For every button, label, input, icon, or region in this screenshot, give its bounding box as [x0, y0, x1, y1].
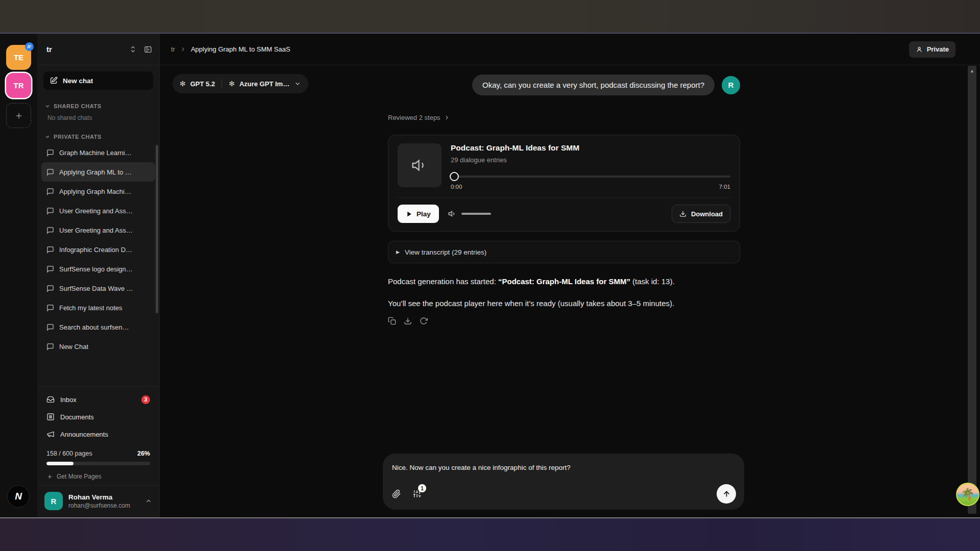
chat-item[interactable]: Infographic Creation D…: [41, 240, 155, 259]
message-composer[interactable]: Nice. Now can you create a nice infograp…: [383, 454, 744, 510]
workspace-te[interactable]: TE: [6, 45, 31, 70]
model-primary-label: GPT 5.2: [190, 80, 215, 88]
volume-slider[interactable]: [461, 213, 491, 215]
openai-icon: ✻: [229, 80, 235, 87]
send-button[interactable]: [717, 484, 736, 504]
current-time: 0:00: [451, 184, 462, 190]
pages-progress-bar: [46, 462, 150, 465]
chat-item[interactable]: Fetch my latest notes: [41, 298, 155, 317]
workspace-tr[interactable]: TR: [6, 73, 31, 98]
chevron-right-icon: [444, 114, 450, 121]
chat-item[interactable]: Graph Machine Learni…: [41, 143, 155, 162]
main-area: tr Applying Graph ML to SMM SaaS Private…: [160, 34, 980, 517]
chat-item[interactable]: User Greeting and Ass…: [41, 201, 155, 220]
download-icon[interactable]: [404, 317, 412, 325]
user-message-bubble: Okay, can you create a very short, podca…: [472, 74, 715, 95]
chat-item-label: Applying Graph ML to …: [59, 168, 132, 176]
model-secondary-label: Azure GPT Im…: [239, 80, 289, 88]
podcast-entries-count: 29 dialogue entries: [451, 156, 730, 164]
openai-icon: ✻: [180, 80, 186, 87]
chat-item[interactable]: Applying Graph Machi…: [41, 182, 155, 201]
no-shared-chats-text: No shared chats: [37, 112, 159, 124]
pages-count-text: 158 / 600 pages: [46, 450, 92, 457]
private-chats-section-toggle[interactable]: PRIVATE CHATS: [37, 124, 159, 143]
user-message-row: Okay, can you create a very short, podca…: [388, 74, 740, 95]
view-transcript-toggle[interactable]: ▶ View transcript (29 entries): [388, 241, 740, 263]
workspace-switcher-button[interactable]: [129, 45, 137, 53]
play-icon: [406, 211, 412, 217]
chat-item[interactable]: Search about surfsen…: [41, 317, 155, 337]
chat-item[interactable]: New Chat: [41, 337, 155, 356]
panel-left-icon: [144, 45, 152, 54]
regenerate-icon[interactable]: [420, 317, 428, 325]
attachment-paperclip-icon[interactable]: [392, 489, 401, 498]
person-icon: [916, 46, 923, 53]
user-menu[interactable]: R Rohan Verma rohan@surfsense.com: [37, 485, 159, 517]
chat-bubble-icon: [46, 207, 54, 215]
podcast-player-card: Podcast: Graph-ML Ideas for SMM 29 dialo…: [388, 135, 740, 232]
announcements-label: Announcements: [60, 431, 150, 438]
workspace-rail: TE TR N: [0, 34, 37, 517]
main-scrollbar[interactable]: ▲: [968, 66, 976, 514]
palm-island-sticker[interactable]: 🌴: [956, 483, 979, 506]
assistant-message-2: You’ll see the podcast player here when …: [388, 298, 740, 309]
view-transcript-label: View transcript (29 entries): [405, 248, 486, 256]
download-button[interactable]: Download: [672, 205, 730, 223]
podcast-title: Podcast: Graph-ML Ideas for SMM: [451, 143, 730, 153]
chevron-down-icon: [44, 103, 51, 109]
reviewed-steps-label: Reviewed 2 steps: [388, 114, 440, 121]
user-avatar-initial: R: [51, 497, 57, 506]
desktop-top-strip: [0, 0, 980, 34]
collapse-sidebar-button[interactable]: [144, 45, 152, 54]
chat-item-label: New Chat: [59, 343, 88, 350]
sidebar-scrollbar-thumb[interactable]: [156, 145, 158, 313]
chevron-right-icon: [180, 46, 186, 53]
workspace-tr-initials: TR: [14, 81, 24, 90]
chat-bubble-icon: [46, 343, 54, 350]
tools-button[interactable]: 1: [412, 489, 422, 498]
user-name: Rohan Verma: [68, 493, 139, 501]
volume-icon[interactable]: [448, 210, 456, 218]
sidebar-chat-scroll: SHARED CHATS No shared chats PRIVATE CHA…: [37, 96, 159, 386]
arrow-up-icon: [722, 490, 731, 498]
reviewed-steps-toggle[interactable]: Reviewed 2 steps: [388, 114, 740, 121]
seek-knob[interactable]: [450, 172, 459, 181]
duration-time: 7:01: [719, 184, 730, 190]
inbox-icon: [46, 395, 55, 404]
private-visibility-button[interactable]: Private: [909, 41, 955, 58]
podcast-thumbnail: [398, 143, 442, 187]
chat-item[interactable]: SurfSense Data Wave …: [41, 279, 155, 298]
composer-input[interactable]: Nice. Now can you create a nice infograp…: [392, 464, 735, 471]
app-window: TE TR N tr: [0, 34, 980, 517]
sidebar-header: tr: [37, 34, 159, 65]
breadcrumb-page-title: Applying Graph ML to SMM SaaS: [191, 45, 290, 53]
chat-item[interactable]: SurfSense logo design…: [41, 259, 155, 279]
n-logo-button[interactable]: N: [7, 485, 30, 508]
add-workspace-button[interactable]: [6, 103, 31, 128]
scroll-up-arrow-icon[interactable]: ▲: [968, 68, 976, 73]
inbox-badge: 3: [141, 395, 150, 404]
chat-item-label: User Greeting and Ass…: [59, 207, 133, 215]
model-selector[interactable]: ✻ GPT 5.2 ✻ Azure GPT Im…: [173, 74, 308, 93]
chat-item[interactable]: Applying Graph ML to …: [41, 162, 155, 182]
chat-item[interactable]: User Greeting and Ass…: [41, 220, 155, 240]
sidebar-item-documents[interactable]: Documents: [37, 408, 159, 425]
screen: TE TR N tr: [0, 0, 980, 551]
get-more-pages-button[interactable]: Get More Pages: [37, 467, 159, 485]
breadcrumb-workspace[interactable]: tr: [171, 45, 175, 53]
play-button[interactable]: Play: [398, 205, 439, 223]
shared-chats-section-toggle[interactable]: SHARED CHATS: [37, 96, 159, 112]
chevron-down-icon: [44, 134, 51, 140]
workspace-te-initials: TE: [14, 53, 23, 62]
sidebar-item-inbox[interactable]: Inbox 3: [37, 391, 159, 408]
podcast-seek-slider[interactable]: [451, 172, 730, 181]
chat-item-label: SurfSense Data Wave …: [59, 285, 133, 292]
topbar: tr Applying Graph ML to SMM SaaS Private: [160, 34, 980, 65]
chat-item-label: User Greeting and Ass…: [59, 227, 133, 234]
new-chat-button[interactable]: New chat: [43, 71, 153, 90]
copy-icon[interactable]: [388, 317, 396, 325]
sidebar-item-announcements[interactable]: Announcements: [37, 425, 159, 443]
plus-icon: [46, 473, 53, 480]
sidebar-bottom-nav: Inbox 3 Documents Announcements 158 / 60…: [37, 386, 159, 517]
private-chats-label: PRIVATE CHATS: [54, 134, 102, 140]
